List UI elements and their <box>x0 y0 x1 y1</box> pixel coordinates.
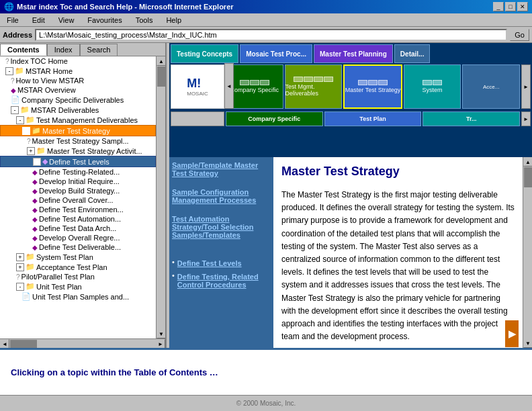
scroll-right-button[interactable]: ► <box>156 339 165 348</box>
nav-block-system[interactable]: System <box>404 64 461 109</box>
toc-item-system-test-plan[interactable]: + 📁 System Test Plan <box>0 252 156 262</box>
toc-item-unit-test-plan-samples[interactable]: 📄 Unit Test Plan Samples and... <box>0 291 156 302</box>
toc-item-develop-build-strategy[interactable]: ◆ Develop Build Strategy... <box>0 186 156 195</box>
toc-item-acceptance-test-plan[interactable]: + 📁 Acceptance Test Plan <box>0 262 156 272</box>
toc-item-mstar-overview[interactable]: ◆ MSTAR Overview <box>0 85 156 95</box>
toc-item-define-test-data[interactable]: ◆ Define Test Data Arch... <box>0 224 156 233</box>
scrollbar-thumb[interactable] <box>157 66 165 87</box>
toc-item-define-environment[interactable]: ◆ Define Test Environmen... <box>0 205 156 214</box>
toc-item-define-overall-cover[interactable]: ◆ Define Overall Cover... <box>0 195 156 205</box>
play-button[interactable]: ▶ <box>505 320 519 347</box>
expand-icon[interactable]: + <box>33 158 41 166</box>
window-title: Mstar index Toc and Search Help - Micros… <box>17 3 234 11</box>
nav-tab-detail[interactable]: Detail... <box>394 44 431 63</box>
nav-block-master-strategy[interactable]: Master Test Strategy <box>343 64 402 109</box>
toc-item-define-test-automation[interactable]: ◆ Define Test Automation... <box>0 214 156 224</box>
menu-file[interactable]: File <box>3 15 23 26</box>
nav-block-acce[interactable]: Acce... <box>462 64 520 109</box>
tab-contents[interactable]: Contents <box>0 44 47 56</box>
toc-item-pilot-parallel[interactable]: ? Pilot/Parallel Test Plan <box>0 272 156 281</box>
maximize-button[interactable]: □ <box>505 2 516 11</box>
sidebar-link-sample-config[interactable]: Sample Configuration Management Processe… <box>172 187 271 205</box>
nav-bottom-testplan[interactable]: Test Plan <box>324 111 422 126</box>
nav-tab-mosaic-test[interactable]: Mosaic Test Proc... <box>240 44 312 63</box>
sidebar-link-define-testing[interactable]: Define Testing, Related Control Procedur… <box>177 271 271 290</box>
menu-favourites[interactable]: Favourites <box>83 15 126 26</box>
toc-item-mstar-home[interactable]: - 📁 MSTAR Home <box>0 66 156 76</box>
expand-icon[interactable]: + <box>16 263 24 271</box>
expand-icon[interactable]: + <box>27 147 35 155</box>
h-scrollbar-thumb[interactable] <box>10 340 37 348</box>
close-button[interactable]: ✕ <box>517 2 528 11</box>
expand-icon[interactable]: - <box>16 116 24 124</box>
toc-item-define-test-deliverable[interactable]: ◆ Define Test Deliverable... <box>0 242 156 252</box>
toc-item-define-testing-related[interactable]: ◆ Define Testing-Related... <box>0 167 156 177</box>
nav-bottom-tr[interactable]: Tr... <box>423 111 520 126</box>
nav-tab-master-planning[interactable]: Master Test Planning <box>314 44 393 63</box>
nav-bottom-scroll[interactable]: ► <box>521 111 531 126</box>
sidebar-link-test-automation[interactable]: Test Automation Strategy/Tool Selection … <box>172 214 271 240</box>
toc-scrollbar[interactable]: ▲ ▼ <box>156 56 165 338</box>
nav-block-company[interactable]: Company Specific <box>226 64 283 109</box>
toc-item-unit-test-plan[interactable]: - 📁 Unit Test Plan <box>0 281 156 291</box>
address-input[interactable] <box>35 29 507 41</box>
tab-search[interactable]: Search <box>80 44 118 56</box>
menu-view[interactable]: View <box>54 15 79 26</box>
nav-blocks: Company Specific Test Mgmt. Deliverables <box>226 64 520 109</box>
toc-label: Develop Initial Require... <box>39 177 120 185</box>
expand-icon[interactable]: - <box>5 67 13 75</box>
content-scrollbar-track[interactable] <box>523 167 532 338</box>
expand-icon[interactable]: - <box>16 283 24 291</box>
toc-item-develop-overall-regre[interactable]: ◆ Develop Overall Regre... <box>0 233 156 242</box>
question-icon: ? <box>5 58 9 65</box>
expand-icon[interactable]: + <box>16 253 24 261</box>
diamond-icon: ◆ <box>32 169 38 176</box>
nav-block-test-mgmt[interactable]: Test Mgmt. Deliverables <box>285 64 343 109</box>
toc-item-mts-sample[interactable]: ? Master Test Strategy Sampl... <box>0 136 156 146</box>
nav-right-scroll[interactable]: ► <box>521 64 531 109</box>
toc-item-company-deliverables[interactable]: 📄 Company Specific Deliverables <box>0 95 156 105</box>
nav-bottom-company[interactable]: Company Specific <box>226 111 323 126</box>
toc-item-define-test-levels[interactable]: + ◆ Define Test Levels <box>0 156 156 167</box>
menu-edit[interactable]: Edit <box>28 15 49 26</box>
toc-tree: ? Index TOC Home - 📁 MSTAR Home ? H <box>0 56 156 338</box>
minimize-button[interactable]: _ <box>493 2 504 11</box>
go-button[interactable]: Go <box>510 29 529 41</box>
h-scrollbar-track[interactable] <box>9 339 156 348</box>
content-scrollbar-thumb[interactable] <box>524 167 532 187</box>
menu-help[interactable]: Help <box>162 15 185 26</box>
toc-h-scrollbar[interactable]: ◄ ► <box>0 338 165 348</box>
toc-label: Pilot/Parallel Test Plan <box>21 273 95 281</box>
sidebar-bullet-item-1: • Define Test Levels <box>172 257 271 270</box>
toc-label: Company Specific Deliverables <box>21 96 124 104</box>
nav-tab-testing-concepts[interactable]: Testing Concepts <box>171 44 238 63</box>
sidebar-link-sample-template[interactable]: Sample/Template Master Test Strategy <box>172 160 271 179</box>
content-scroll-up[interactable]: ▲ <box>523 157 532 167</box>
toc-item-test-mgmt-deliverables[interactable]: - 📁 Test Management Deliverables <box>0 115 156 125</box>
content-scrollbar[interactable]: ▲ ▼ <box>523 157 532 348</box>
scroll-left-button[interactable]: ◄ <box>0 339 9 348</box>
nav-bottom-label: Tr... <box>466 116 477 122</box>
main-body-text: The Master Test Strategy is the first ma… <box>281 189 515 343</box>
expand-icon[interactable]: - <box>11 106 19 114</box>
menu-tools[interactable]: Tools <box>132 15 157 26</box>
toc-item-mts-activity[interactable]: + 📁 Master Test Strategy Activit... <box>0 146 156 156</box>
nav-bottom-label: Test Plan <box>359 116 386 122</box>
logo: M! MOSAIC <box>187 77 208 97</box>
small-box <box>250 80 259 85</box>
scroll-down-button[interactable]: ▼ <box>157 329 165 338</box>
toc-item-index-toc-home[interactable]: ? Index TOC Home <box>0 56 156 66</box>
scrollbar-track[interactable] <box>157 66 165 329</box>
content-scroll-down[interactable]: ▼ <box>523 338 532 348</box>
sidebar-link-define-levels[interactable]: Define Test Levels <box>177 258 242 269</box>
expand-icon[interactable]: - <box>22 127 30 135</box>
nav-left-scroll[interactable]: ◄ <box>224 63 234 109</box>
toc-item-mstar-deliverables[interactable]: - 📁 MSTAR Deliverables <box>0 105 156 115</box>
nav-block-boxes <box>358 80 388 85</box>
scroll-up-button[interactable]: ▲ <box>157 56 165 66</box>
toc-item-master-test-strategy[interactable]: - 📁 Master Test Strategy <box>0 125 156 136</box>
toc-item-develop-initial-require[interactable]: ◆ Develop Initial Require... <box>0 177 156 186</box>
bullet-icon: • <box>172 258 175 266</box>
tab-index[interactable]: Index <box>47 44 80 56</box>
toc-item-how-to-view[interactable]: ? How to View MSTAR <box>0 76 156 85</box>
